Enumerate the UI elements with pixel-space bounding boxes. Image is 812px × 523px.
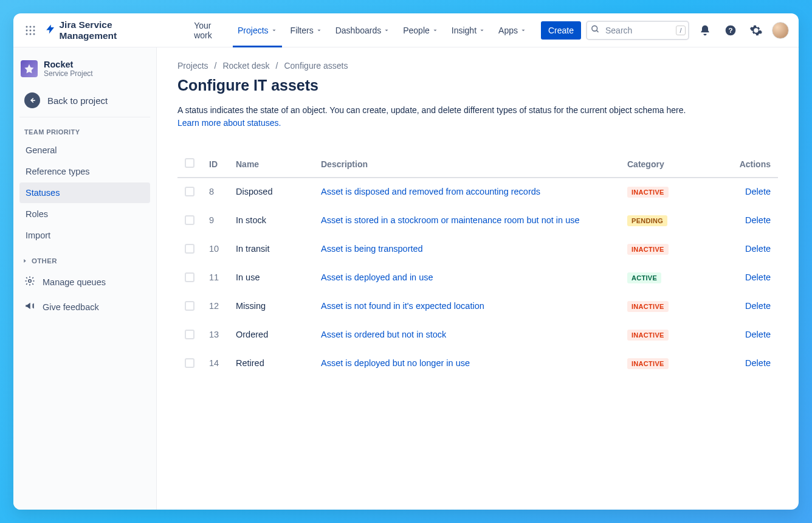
status-badge: INACTIVE (627, 301, 669, 312)
project-icon (21, 60, 38, 77)
row-id: 9 (202, 207, 229, 235)
delete-button[interactable]: Delete (745, 301, 771, 311)
statuses-table: ID Name Description Category Actions 8Di… (177, 152, 778, 378)
row-id: 13 (202, 321, 229, 350)
table-row: 14RetiredAsset is deployed but no longer… (177, 350, 778, 378)
nav-dashboards[interactable]: Dashboards (331, 22, 395, 39)
svg-point-5 (33, 29, 35, 31)
help-icon[interactable]: ? (721, 21, 740, 40)
settings-icon[interactable] (746, 21, 766, 40)
status-badge: PENDING (627, 215, 667, 226)
row-name: Disposed (229, 178, 314, 207)
column-header-category[interactable]: Category (620, 152, 729, 178)
svg-point-3 (26, 29, 27, 31)
row-description-link[interactable]: Asset is disposed and removed from accou… (314, 178, 620, 207)
notifications-icon[interactable] (695, 21, 715, 40)
give-feedback-label: Give feedback (43, 302, 99, 312)
row-description-link[interactable]: Asset is stored in a stockroom or mainte… (314, 207, 620, 235)
row-name: In transit (229, 235, 314, 264)
table-row: 9In stockAsset is stored in a stockroom … (177, 207, 778, 235)
sidebar-other-label: OTHER (32, 257, 57, 265)
status-badge: INACTIVE (627, 244, 669, 255)
main-content: Projects / Rocket desk / Configure asset… (157, 47, 799, 510)
back-label: Back to project (47, 95, 108, 106)
give-feedback-button[interactable]: Give feedback (19, 294, 150, 319)
delete-button[interactable]: Delete (745, 272, 771, 282)
learn-more-link[interactable]: Learn more about statuses. (177, 118, 778, 128)
nav-your-work[interactable]: Your work (189, 17, 229, 44)
nav-projects[interactable]: Projects (233, 22, 282, 39)
row-checkbox[interactable] (185, 215, 194, 225)
row-checkbox[interactable] (185, 244, 194, 254)
status-badge: INACTIVE (627, 358, 669, 369)
row-checkbox[interactable] (185, 272, 194, 282)
nav-insight[interactable]: Insight (447, 22, 490, 39)
app-switcher-icon[interactable] (23, 23, 38, 38)
manage-queues-button[interactable]: Manage queues (19, 269, 150, 294)
row-id: 11 (202, 264, 229, 293)
delete-button[interactable]: Delete (745, 330, 771, 339)
sidebar-item-general[interactable]: General (19, 140, 150, 161)
row-name: Retired (229, 350, 314, 378)
svg-point-8 (33, 33, 35, 35)
svg-text:?: ? (728, 26, 732, 34)
table-row: 13OrderedAsset is ordered but not in sto… (177, 321, 778, 350)
column-header-name[interactable]: Name (229, 152, 314, 178)
primary-nav: Your workProjectsFiltersDashboardsPeople… (189, 17, 531, 44)
jira-bolt-icon (45, 24, 56, 37)
delete-button[interactable]: Delete (745, 187, 771, 196)
sidebar-other-toggle[interactable]: OTHER (19, 252, 150, 269)
delete-button[interactable]: Delete (745, 358, 771, 368)
row-checkbox[interactable] (185, 301, 194, 311)
sidebar-item-statuses[interactable]: Statuses (19, 182, 150, 203)
svg-point-0 (26, 26, 27, 27)
page-title: Configure IT assets (177, 77, 778, 94)
search-input[interactable] (586, 21, 689, 40)
svg-point-1 (29, 26, 31, 27)
chevron-down-icon (316, 26, 322, 35)
project-header[interactable]: Rocket Service Project (19, 56, 150, 84)
row-checkbox[interactable] (185, 187, 194, 196)
row-id: 10 (202, 235, 229, 264)
row-description-link[interactable]: Asset is deployed but no longer in use (314, 350, 620, 378)
nav-filters[interactable]: Filters (286, 22, 327, 39)
sidebar-item-reference-types[interactable]: Reference types (19, 161, 150, 182)
chevron-down-icon (384, 26, 390, 35)
row-description-link[interactable]: Asset is not found in it's expected loca… (314, 293, 620, 321)
svg-point-7 (29, 33, 31, 35)
row-description-link[interactable]: Asset is deployed and in use (314, 264, 620, 293)
column-header-actions: Actions (729, 152, 778, 178)
row-description-link[interactable]: Asset is ordered but not in stock (314, 321, 620, 350)
breadcrumb-page[interactable]: Configure assets (284, 61, 348, 71)
status-badge: INACTIVE (627, 187, 669, 198)
nav-people[interactable]: People (398, 22, 443, 39)
row-name: In stock (229, 207, 314, 235)
product-logo[interactable]: Jira Service Management (45, 19, 170, 41)
select-all-checkbox[interactable] (185, 158, 194, 168)
avatar[interactable] (772, 22, 789, 39)
delete-button[interactable]: Delete (745, 244, 771, 254)
chevron-down-icon (479, 26, 485, 35)
svg-point-9 (592, 26, 597, 31)
search-shortcut-key: / (676, 26, 686, 35)
sidebar-item-import[interactable]: Import (19, 225, 150, 246)
nav-apps[interactable]: Apps (494, 22, 531, 39)
sidebar: Rocket Service Project Back to project T… (13, 47, 157, 510)
delete-button[interactable]: Delete (745, 215, 771, 225)
svg-point-2 (33, 26, 35, 27)
search-wrap: / (586, 21, 689, 40)
row-id: 8 (202, 178, 229, 207)
table-row: 8DisposedAsset is disposed and removed f… (177, 178, 778, 207)
breadcrumb-project[interactable]: Rocket desk (222, 61, 269, 71)
back-to-project-button[interactable]: Back to project (19, 84, 150, 117)
sidebar-item-roles[interactable]: Roles (19, 204, 150, 224)
column-header-id[interactable]: ID (202, 152, 229, 178)
column-header-description[interactable]: Description (314, 152, 620, 178)
row-checkbox[interactable] (185, 330, 194, 339)
row-checkbox[interactable] (185, 358, 194, 368)
create-button[interactable]: Create (541, 21, 581, 40)
table-row: 10In transitAsset is being transportedIN… (177, 235, 778, 264)
svg-point-6 (26, 33, 27, 35)
row-description-link[interactable]: Asset is being transported (314, 235, 620, 264)
breadcrumb-projects[interactable]: Projects (177, 61, 208, 71)
